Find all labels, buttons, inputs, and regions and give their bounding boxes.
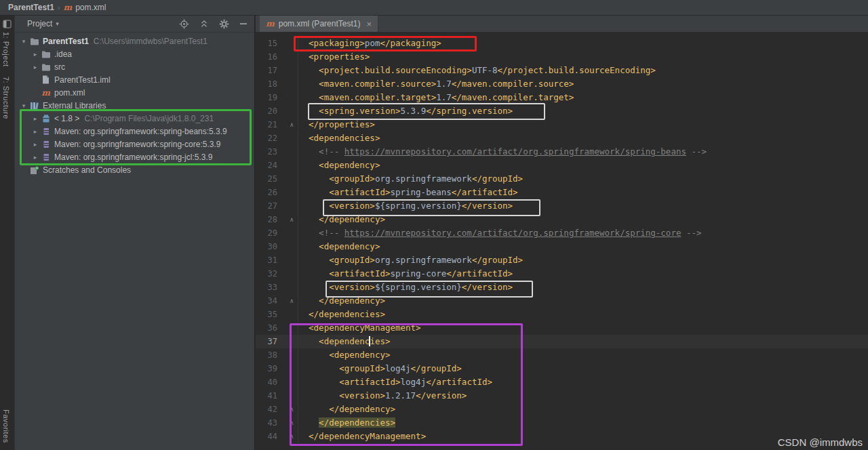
tree-item-jdk-18[interactable]: ▸< 1.8 >C:\Program Files\Java\jdk1.8.0_2… bbox=[15, 112, 254, 125]
code-line-24[interactable]: 24 <dependency> bbox=[256, 159, 868, 172]
chevron-down-icon[interactable]: ▾ bbox=[19, 102, 28, 109]
tool-button-structure[interactable]: 7: Structure bbox=[2, 77, 10, 119]
code-line-39[interactable]: 39 <groupId>log4j</groupId> bbox=[256, 362, 868, 375]
code-line-31[interactable]: 31 <groupId>org.springframework</groupId… bbox=[256, 253, 868, 267]
file-icon bbox=[40, 75, 52, 85]
gutter: 26 bbox=[256, 186, 298, 199]
code-line-26[interactable]: 26 <artifactId>spring-beans</artifactId> bbox=[256, 186, 868, 199]
tree-item-label: Maven: org.springframework:spring-beans:… bbox=[54, 127, 227, 136]
code-line-38[interactable]: 38 <dependency> bbox=[256, 348, 868, 362]
code-line-22[interactable]: 22 <dependencies> bbox=[256, 131, 868, 145]
tree-item-spring-beans-lib[interactable]: ▸Maven: org.springframework:spring-beans… bbox=[15, 125, 254, 138]
gutter: 18 bbox=[256, 77, 298, 91]
code-line-16[interactable]: 16 <properties> bbox=[256, 50, 868, 64]
tree-item-label: < 1.8 > bbox=[54, 114, 79, 123]
code-line-19[interactable]: 19 <maven.compiler.target>1.7</maven.com… bbox=[256, 91, 868, 104]
code-line-43[interactable]: 43∧ </dependencies> bbox=[256, 416, 868, 430]
code-line-30[interactable]: 30 <dependency> bbox=[256, 240, 868, 253]
code-line-32[interactable]: 32 <artifactId>spring-core</artifactId> bbox=[256, 267, 868, 281]
tree-item-label: Maven: org.springframework:spring-jcl:5.… bbox=[54, 152, 212, 162]
code-line-21[interactable]: 21∧ </properties> bbox=[256, 118, 868, 131]
tree-item-idea-folder[interactable]: ▸.idea bbox=[15, 47, 254, 60]
fold-marker-icon[interactable]: ∧ bbox=[277, 403, 298, 416]
chevron-down-icon[interactable]: ▾ bbox=[19, 38, 28, 45]
folder-icon bbox=[40, 62, 52, 72]
title-bar: ParentTest1 › m pom.xml bbox=[0, 0, 868, 16]
project-panel-toolbar bbox=[179, 19, 248, 29]
code-text: </dependency> bbox=[298, 213, 868, 226]
line-number: 35 bbox=[256, 308, 277, 321]
tree-item-project-root[interactable]: ▾ParentTest1C:\Users\immdwbs\ParentTest1 bbox=[15, 35, 254, 47]
fold-marker-icon[interactable]: ∧ bbox=[277, 416, 298, 430]
tree-item-label: Maven: org.springframework:spring-core:5… bbox=[54, 140, 220, 149]
code-line-42[interactable]: 42∧ </dependency> bbox=[256, 403, 868, 416]
code-line-40[interactable]: 40 <artifactId>log4j</artifactId> bbox=[256, 375, 868, 389]
code-text: <dependency> bbox=[298, 159, 868, 172]
chevron-right-icon[interactable]: ▸ bbox=[31, 154, 40, 161]
chevron-right-icon[interactable]: ▸ bbox=[31, 64, 40, 70]
code-text: </dependency> bbox=[298, 294, 868, 308]
breadcrumb-project[interactable]: ParentTest1 bbox=[8, 3, 54, 12]
chevron-down-icon[interactable]: ▾ bbox=[56, 20, 59, 27]
chevron-right-icon[interactable]: ▸ bbox=[31, 128, 40, 135]
fold-marker-icon[interactable]: ∧ bbox=[277, 294, 298, 308]
code-line-28[interactable]: 28∧ </dependency> bbox=[256, 213, 868, 226]
tool-button-favorites[interactable]: Favorites bbox=[2, 409, 10, 443]
tree-item-hint: C:\Program Files\Java\jdk1.8.0_231 bbox=[84, 114, 214, 123]
code-line-44[interactable]: 44∧ </dependencyManagement> bbox=[256, 430, 868, 443]
code-line-41[interactable]: 41 <version>1.2.17</version> bbox=[256, 389, 868, 403]
locate-icon[interactable] bbox=[179, 19, 189, 29]
gutter: 42∧ bbox=[256, 403, 298, 416]
chevron-right-icon[interactable]: ▸ bbox=[31, 115, 40, 122]
collapse-all-icon[interactable] bbox=[199, 19, 209, 28]
line-number: 42 bbox=[256, 403, 277, 416]
tree-item-external-libraries[interactable]: ▾External Libraries bbox=[15, 99, 254, 112]
line-number: 26 bbox=[256, 186, 277, 199]
scratches-icon bbox=[28, 165, 40, 175]
code-line-34[interactable]: 34∧ </dependency> bbox=[256, 294, 868, 308]
tool-button-project[interactable]: 1: Project bbox=[2, 32, 10, 66]
tree-item-spring-core-lib[interactable]: ▸Maven: org.springframework:spring-core:… bbox=[15, 138, 254, 150]
tree-item-scratches[interactable]: Scratches and Consoles bbox=[15, 163, 254, 176]
gutter: 27 bbox=[256, 199, 298, 213]
code-text: <artifactId>spring-core</artifactId> bbox=[298, 267, 868, 281]
gutter: 38 bbox=[256, 348, 298, 362]
code-line-27[interactable]: 27 <version>${spring.version}</version> bbox=[256, 199, 868, 213]
chevron-right-icon[interactable]: ▸ bbox=[31, 141, 40, 148]
fold-marker-icon[interactable]: ∧ bbox=[277, 430, 298, 443]
editor-tab-pom[interactable]: m pom.xml (ParentTest1) × bbox=[260, 16, 378, 32]
code-text: <dependencies> bbox=[298, 131, 868, 145]
code-line-35[interactable]: 35 </dependencies> bbox=[256, 308, 868, 321]
tree-item-pom-file[interactable]: mpom.xml bbox=[15, 86, 254, 99]
fold-marker-icon[interactable]: ∧ bbox=[277, 213, 298, 226]
line-number: 16 bbox=[256, 50, 277, 64]
code-line-29[interactable]: 29 <!-- https://mvnrepository.com/artifa… bbox=[256, 226, 868, 240]
hide-icon[interactable] bbox=[239, 20, 248, 28]
code-line-25[interactable]: 25 <groupId>org.springframework</groupId… bbox=[256, 172, 868, 186]
jdk-icon bbox=[40, 114, 52, 123]
tree-item-label: src bbox=[54, 62, 65, 72]
fold-marker-icon[interactable]: ∧ bbox=[277, 118, 298, 131]
chevron-right-icon[interactable]: ▸ bbox=[31, 51, 40, 58]
line-number: 40 bbox=[256, 375, 277, 389]
gutter: 39 bbox=[256, 362, 298, 375]
library-icon bbox=[40, 152, 52, 162]
code-line-18[interactable]: 18 <maven.compiler.source>1.7</maven.com… bbox=[256, 77, 868, 91]
code-line-15[interactable]: 15 <packaging>pom</packaging> bbox=[256, 37, 868, 50]
breadcrumb-file[interactable]: pom.xml bbox=[75, 3, 106, 12]
close-icon[interactable]: × bbox=[366, 19, 372, 29]
code-line-17[interactable]: 17 <project.build.sourceEncoding>UTF-8</… bbox=[256, 64, 868, 77]
tree-item-src-folder[interactable]: ▸src bbox=[15, 60, 254, 73]
code-area[interactable]: 15 <packaging>pom</packaging>16 <propert… bbox=[256, 33, 868, 450]
settings-icon[interactable] bbox=[219, 19, 229, 29]
code-line-33[interactable]: 33 <version>${spring.version}</version> bbox=[256, 281, 868, 294]
code-line-20[interactable]: 20 <spring.version>5.3.9</spring.version… bbox=[256, 104, 868, 118]
code-text: </dependencies> bbox=[298, 416, 868, 430]
project-view-selector[interactable]: Project bbox=[27, 19, 52, 28]
line-number: 24 bbox=[256, 159, 277, 172]
code-line-23[interactable]: 23 <!-- https://mvnrepository.com/artifa… bbox=[256, 145, 868, 159]
tree-item-iml-file[interactable]: ParentTest1.iml bbox=[15, 73, 254, 86]
tree-item-spring-jcl-lib[interactable]: ▸Maven: org.springframework:spring-jcl:5… bbox=[15, 150, 254, 163]
code-line-37[interactable]: 37 <dependencies> bbox=[256, 335, 868, 348]
code-line-36[interactable]: 36 <dependencyManagement> bbox=[256, 321, 868, 335]
